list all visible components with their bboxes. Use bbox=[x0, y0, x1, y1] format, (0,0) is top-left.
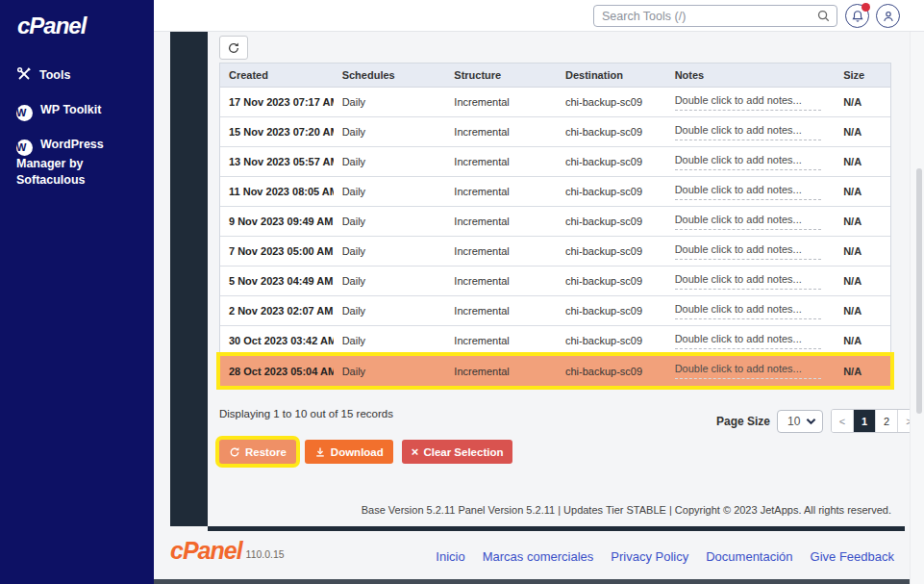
tools-icon bbox=[16, 66, 32, 87]
cell-size: N/A bbox=[835, 96, 890, 108]
cell-schedules: Daily bbox=[334, 366, 446, 377]
notes-placeholder[interactable]: Double click to add notes... bbox=[675, 214, 821, 230]
cell-created: 9 Nov 2023 09:49 AM bbox=[220, 216, 334, 227]
sidebar-item-tools[interactable]: Tools bbox=[0, 59, 154, 94]
wordpress-icon: W bbox=[16, 140, 33, 156]
download-label: Download bbox=[331, 446, 384, 458]
table-row[interactable]: 28 Oct 2023 05:04 AMDailyIncrementalchi-… bbox=[220, 356, 890, 386]
refresh-icon bbox=[227, 41, 240, 55]
cell-schedules: Daily bbox=[334, 305, 446, 317]
search-input[interactable] bbox=[593, 5, 837, 27]
scrollbar-thumb[interactable] bbox=[916, 168, 922, 414]
notifications-button[interactable] bbox=[845, 4, 869, 28]
notes-placeholder[interactable]: Double click to add notes... bbox=[675, 184, 821, 200]
version-copyright-text: Base Version 5.2.11 Panel Version 5.2.11… bbox=[219, 504, 891, 516]
sidebar-item-wp-toolkit[interactable]: WWP Toolkit bbox=[0, 94, 154, 129]
restore-button[interactable]: Restore bbox=[219, 440, 296, 464]
notes-placeholder[interactable]: Double click to add notes... bbox=[675, 243, 821, 260]
page-size-value: 10 bbox=[787, 415, 800, 428]
sidebar: cPanel ToolsWWP ToolkitWWordPress Manage… bbox=[0, 0, 154, 584]
cell-structure: Incremental bbox=[445, 216, 557, 227]
download-button[interactable]: Download bbox=[305, 440, 393, 464]
notes-placeholder[interactable]: Double click to add notes... bbox=[675, 303, 821, 319]
refresh-button[interactable] bbox=[219, 36, 248, 60]
cell-notes[interactable]: Double click to add notes... bbox=[666, 94, 835, 111]
prev-page-button[interactable]: < bbox=[832, 410, 854, 432]
cell-notes[interactable]: Double click to add notes... bbox=[666, 303, 835, 319]
page-buttons: <12> bbox=[831, 409, 921, 433]
cell-destination: chi-backup-sc09 bbox=[557, 96, 666, 108]
cell-notes[interactable]: Double click to add notes... bbox=[666, 124, 835, 140]
footer-link-inicio[interactable]: Inicio bbox=[436, 549, 464, 564]
cell-notes[interactable]: Double click to add notes... bbox=[666, 184, 835, 200]
cell-created: 28 Oct 2023 05:04 AM bbox=[220, 366, 334, 377]
notes-placeholder[interactable]: Double click to add notes... bbox=[675, 273, 821, 290]
cell-created: 13 Nov 2023 05:57 AM bbox=[220, 156, 334, 167]
plugin-side-strip bbox=[170, 32, 208, 526]
scrollbar-track[interactable] bbox=[910, 32, 924, 584]
download-icon bbox=[314, 446, 326, 458]
table-row[interactable]: 30 Oct 2023 03:42 AMDailyIncrementalchi-… bbox=[220, 326, 890, 356]
page-button-2[interactable]: 2 bbox=[876, 410, 898, 432]
cpanel-logo[interactable]: cPanel bbox=[17, 13, 154, 39]
pagination-area: Page Size 10 <12> bbox=[716, 409, 921, 433]
cell-notes[interactable]: Double click to add notes... bbox=[666, 273, 835, 290]
footer-link-marcas-comerciales[interactable]: Marcas comerciales bbox=[483, 549, 594, 564]
sidebar-item-label: WP Toolkit bbox=[40, 103, 101, 116]
cell-schedules: Daily bbox=[334, 126, 446, 138]
cell-size: N/A bbox=[835, 366, 890, 377]
table-row[interactable]: 11 Nov 2023 08:05 AMDailyIncrementalchi-… bbox=[220, 177, 890, 207]
table-row[interactable]: 15 Nov 2023 07:20 AMDailyIncrementalchi-… bbox=[220, 117, 890, 147]
cell-created: 2 Nov 2023 02:07 AM bbox=[220, 305, 334, 317]
cell-size: N/A bbox=[835, 245, 890, 257]
footer-link-give-feedback[interactable]: Give Feedback bbox=[811, 549, 894, 564]
cell-structure: Incremental bbox=[445, 335, 557, 346]
cell-created: 7 Nov 2023 05:00 AM bbox=[220, 245, 334, 257]
cell-destination: chi-backup-sc09 bbox=[557, 156, 666, 167]
cell-notes[interactable]: Double click to add notes... bbox=[666, 154, 835, 170]
cell-destination: chi-backup-sc09 bbox=[557, 245, 666, 257]
cell-destination: chi-backup-sc09 bbox=[557, 216, 666, 227]
table-row[interactable]: 5 Nov 2023 04:49 AMDailyIncrementalchi-b… bbox=[220, 267, 890, 296]
records-summary: Displaying 1 to 10 out of 15 records bbox=[219, 408, 393, 419]
cell-notes[interactable]: Double click to add notes... bbox=[666, 243, 835, 260]
cell-destination: chi-backup-sc09 bbox=[557, 126, 666, 138]
sidebar-item-wordpress-manager-by-softaculous[interactable]: WWordPress Manager by Softaculous bbox=[0, 129, 154, 196]
cell-size: N/A bbox=[835, 305, 890, 317]
clear-selection-button[interactable]: × Clear Selection bbox=[402, 440, 513, 464]
search-tools-box bbox=[593, 5, 837, 27]
notes-placeholder[interactable]: Double click to add notes... bbox=[675, 333, 821, 349]
cell-structure: Incremental bbox=[445, 96, 557, 108]
cell-schedules: Daily bbox=[334, 245, 446, 257]
column-header-structure: Structure bbox=[445, 63, 557, 87]
column-header-destination: Destination bbox=[557, 63, 666, 87]
table-row[interactable]: 7 Nov 2023 05:00 AMDailyIncrementalchi-b… bbox=[220, 237, 890, 267]
table-row[interactable]: 13 Nov 2023 05:57 AMDailyIncrementalchi-… bbox=[220, 147, 890, 177]
notes-placeholder[interactable]: Double click to add notes... bbox=[675, 363, 821, 379]
footer-cpanel-logo: cPanel 110.0.15 bbox=[170, 537, 285, 565]
page-size-select[interactable]: 10 bbox=[777, 410, 823, 433]
user-menu-button[interactable] bbox=[876, 4, 900, 28]
cell-notes[interactable]: Double click to add notes... bbox=[666, 333, 835, 349]
cell-notes[interactable]: Double click to add notes... bbox=[666, 363, 835, 379]
main-content: CreatedSchedulesStructureDestinationNote… bbox=[154, 32, 924, 584]
cell-size: N/A bbox=[835, 186, 890, 197]
cell-size: N/A bbox=[835, 156, 890, 167]
footer-link-privacy-policy[interactable]: Privacy Policy bbox=[611, 549, 688, 564]
cell-destination: chi-backup-sc09 bbox=[557, 305, 666, 317]
column-header-notes: Notes bbox=[666, 63, 835, 87]
notes-placeholder[interactable]: Double click to add notes... bbox=[675, 94, 821, 111]
table-row[interactable]: 2 Nov 2023 02:07 AMDailyIncrementalchi-b… bbox=[220, 296, 890, 326]
x-icon: × bbox=[412, 445, 419, 458]
table-row[interactable]: 17 Nov 2023 07:17 AMDailyIncrementalchi-… bbox=[220, 88, 890, 117]
cell-notes[interactable]: Double click to add notes... bbox=[666, 214, 835, 230]
notes-placeholder[interactable]: Double click to add notes... bbox=[675, 124, 821, 140]
table-row[interactable]: 9 Nov 2023 09:49 AMDailyIncrementalchi-b… bbox=[220, 207, 890, 237]
notes-placeholder[interactable]: Double click to add notes... bbox=[675, 154, 821, 170]
cell-size: N/A bbox=[835, 216, 890, 227]
cell-structure: Incremental bbox=[445, 366, 557, 377]
column-header-schedules: Schedules bbox=[334, 63, 446, 87]
cell-structure: Incremental bbox=[445, 305, 557, 317]
footer-link-documentaci-n[interactable]: Documentación bbox=[706, 549, 792, 564]
page-button-1[interactable]: 1 bbox=[854, 410, 876, 432]
